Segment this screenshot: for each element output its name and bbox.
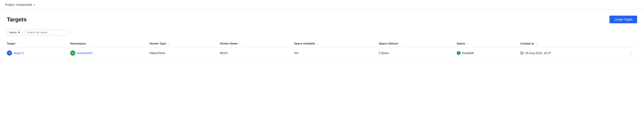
cell-status: ✓ Available [457, 48, 520, 59]
col-status-label: Status [457, 42, 465, 45]
filter-name-button[interactable]: Name ▼ [7, 29, 23, 36]
col-namespace-label: Namespace [70, 42, 86, 45]
table-row: T target-1 NS vmimported ObjectStore Min… [7, 48, 637, 59]
project-chevron-icon: ▼ [33, 4, 35, 6]
namespace-link[interactable]: vmimported [77, 51, 92, 55]
status-available: ✓ Available [457, 51, 518, 55]
namespace-badge: NS vmimported [70, 51, 147, 56]
globe-icon [520, 51, 524, 55]
top-bar: Project: vmimported ▼ [0, 0, 644, 10]
status-check-icon: ✓ [457, 51, 460, 55]
table-header-row: Target ↑ Namespace ↕ Vendor Type ↕ Vendo… [7, 40, 637, 48]
filter-bar: Name ▼ / [7, 29, 637, 36]
col-header-target[interactable]: Target ↑ [7, 40, 70, 48]
sort-vendor-name-icon: ↕ [239, 42, 240, 45]
sort-target-icon: ↑ [17, 42, 18, 45]
sort-space-utilized-icon: ↕ [399, 42, 400, 45]
filter-name-label: Name [9, 31, 17, 34]
target-icon: T [7, 51, 12, 56]
col-header-space-available[interactable]: Space Available ↕ [294, 40, 379, 48]
sort-created-at-icon: ↕ [536, 42, 537, 45]
search-slash: / [70, 31, 70, 34]
page-title: Targets [7, 16, 27, 23]
target-link[interactable]: T target-1 [7, 51, 68, 56]
cell-space-utilized: 0 Bytes [379, 48, 457, 59]
sort-vendor-type-icon: ↕ [168, 42, 169, 45]
col-target-label: Target [7, 42, 15, 45]
col-vendor-name-label: Vendor Name [220, 42, 238, 45]
target-name: target-1 [14, 51, 24, 55]
col-space-available-label: Space Available [294, 42, 315, 45]
more-menu-icon[interactable]: ⋮ [627, 50, 634, 56]
col-header-space-utilized[interactable]: Space Utilized ↕ [379, 40, 457, 48]
cell-vendor-name: MinIO [220, 48, 294, 59]
targets-table: Target ↑ Namespace ↕ Vendor Type ↕ Vendo… [7, 40, 637, 59]
namespace-icon: NS [70, 51, 76, 56]
created-at-text: 26 Aug 2024, 16:37 [525, 51, 551, 55]
cell-vendor-type: ObjectStore [150, 48, 220, 59]
cell-target: T target-1 [7, 48, 70, 59]
col-space-utilized-label: Space Utilized [379, 42, 398, 45]
create-target-button[interactable]: Create Target [610, 16, 637, 23]
search-input[interactable] [24, 29, 68, 36]
col-vendor-type-label: Vendor Type [150, 42, 166, 45]
col-header-vendor-type[interactable]: Vendor Type ↕ [150, 40, 220, 48]
sort-space-available-icon: ↕ [317, 42, 318, 45]
cell-namespace: NS vmimported [70, 48, 150, 59]
col-header-created-at[interactable]: Created at ↕ [520, 40, 627, 48]
filter-chevron-icon: ▼ [18, 31, 20, 34]
col-header-vendor-name[interactable]: Vendor Name ↕ [220, 40, 294, 48]
page-header: Targets Create Target [7, 16, 637, 23]
col-created-at-label: Created at [520, 42, 534, 45]
created-at-cell: 26 Aug 2024, 16:37 [520, 51, 625, 55]
col-header-actions [627, 40, 637, 48]
table-container: Target ↑ Namespace ↕ Vendor Type ↕ Vendo… [7, 40, 637, 59]
project-label: Project: vmimported [5, 3, 32, 6]
sort-namespace-icon: ↕ [88, 42, 89, 45]
cell-actions: ⋮ [627, 48, 637, 59]
cell-space-available: NA [294, 48, 379, 59]
status-text: Available [462, 51, 474, 55]
cell-created-at: 26 Aug 2024, 16:37 [520, 48, 627, 59]
sort-status-icon: ↕ [467, 42, 468, 45]
page-container: Targets Create Target Name ▼ / Target ↑ … [0, 10, 644, 65]
project-selector[interactable]: Project: vmimported ▼ [5, 3, 35, 6]
col-header-namespace[interactable]: Namespace ↕ [70, 40, 150, 48]
col-header-status[interactable]: Status ↕ [457, 40, 520, 48]
